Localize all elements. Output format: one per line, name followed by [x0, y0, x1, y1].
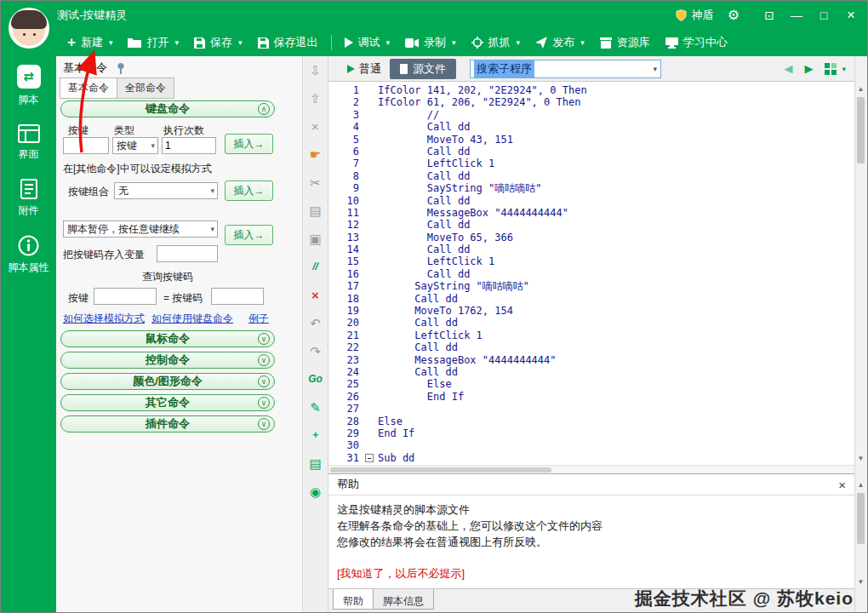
cut-icon[interactable]: ✂: [310, 175, 321, 190]
nav-next-icon[interactable]: ▶: [804, 62, 813, 75]
undo-icon[interactable]: ↶: [310, 316, 321, 330]
code-line[interactable]: 7 LeftClick 1: [328, 158, 854, 169]
link-how-to-use-keyboard[interactable]: 如何使用键盘命令: [151, 312, 233, 326]
move-up-icon[interactable]: ⇧: [310, 91, 321, 106]
open-button[interactable]: 打开 ▾: [121, 31, 186, 54]
code-line[interactable]: 24 Call dd: [328, 366, 854, 378]
code-line[interactable]: 1IfColor 141, 202, "2E2924", 0 Then: [328, 84, 854, 96]
code-line[interactable]: 14 Call dd: [328, 243, 854, 255]
code-line[interactable]: 3 //: [328, 109, 854, 121]
tab-normal-view[interactable]: 普通: [339, 56, 390, 81]
code-line[interactable]: 9 SayString "嘀咕嘀咕": [328, 182, 854, 194]
code-line[interactable]: 2IfColor 61, 206, "2E2924", 0 Then: [328, 96, 854, 108]
section-plugin-commands[interactable]: 插件命令 ∨: [60, 415, 275, 433]
code-line[interactable]: 16 Call dd: [328, 268, 854, 280]
settings-gear-icon[interactable]: ⚙: [728, 7, 740, 23]
grab-button[interactable]: 抓抓 ▾: [465, 31, 528, 54]
help-dismiss-link[interactable]: [我知道了，以后不必提示]: [337, 566, 465, 581]
tab-source-file[interactable]: 源文件: [390, 59, 456, 79]
code-line[interactable]: 10 Call dd: [328, 195, 854, 207]
count-input[interactable]: [162, 137, 216, 154]
code-line[interactable]: 29End If: [328, 427, 854, 439]
close-button[interactable]: ×: [843, 8, 859, 23]
shield-badge[interactable]: 神盾: [675, 8, 714, 23]
move-down-icon[interactable]: ⇩: [310, 63, 321, 77]
dock-icon[interactable]: ⊡: [762, 8, 777, 23]
code-line[interactable]: 13 MoveTo 65, 366: [328, 232, 854, 243]
key-input[interactable]: [63, 137, 109, 154]
save-exit-button[interactable]: 保存退出: [251, 31, 325, 54]
resource-library-button[interactable]: 资源库: [593, 31, 657, 54]
section-control-commands[interactable]: 控制命令 ∨: [60, 352, 275, 369]
scroll-down-icon[interactable]: ▼: [855, 454, 866, 464]
notes-icon[interactable]: ▤: [309, 456, 321, 471]
expand-icon[interactable]: ∨: [258, 354, 270, 366]
combo-select[interactable]: 无 ▾: [114, 182, 218, 199]
new-button[interactable]: + 新建 ▾: [60, 31, 119, 54]
code-line[interactable]: 22 Call dd: [328, 341, 854, 353]
goto-icon[interactable]: Go: [308, 372, 323, 387]
code-line[interactable]: 12 Call dd: [328, 219, 854, 231]
nav-prev-icon[interactable]: ◀: [784, 62, 792, 75]
code-line[interactable]: 6 Call dd: [328, 146, 854, 158]
code-line[interactable]: 30: [328, 439, 854, 451]
tab-basic-commands[interactable]: 基本命令: [60, 77, 117, 99]
insert-pause-button[interactable]: 插入→: [225, 225, 273, 245]
expand-icon[interactable]: ∨: [258, 397, 270, 409]
code-editor[interactable]: 1IfColor 141, 202, "2E2924", 0 Then 2IfC…: [328, 82, 854, 465]
code-line[interactable]: 28Else: [328, 415, 854, 427]
edit-tool-icon[interactable]: ✎: [310, 400, 321, 415]
tab-help[interactable]: 帮助: [333, 589, 374, 610]
debug-button[interactable]: 调试 ▾: [338, 31, 397, 54]
horizontal-scrollbar[interactable]: [328, 465, 854, 473]
collapse-icon[interactable]: ∧: [258, 103, 270, 115]
add-tool-icon[interactable]: +: [312, 428, 318, 443]
section-keyboard-commands[interactable]: 键盘命令 ∧: [60, 100, 275, 117]
horizontal-scrollbar-thumb[interactable]: [330, 467, 551, 473]
code-line[interactable]: 23 MessageBox "4444444444": [328, 354, 854, 366]
paste-icon[interactable]: ▤: [309, 203, 321, 218]
tab-all-commands[interactable]: 全部命令: [117, 77, 174, 99]
code-line[interactable]: 17 SayString "嘀咕嘀咕": [328, 280, 854, 292]
code-line[interactable]: 8 Call dd: [328, 170, 854, 182]
code-line[interactable]: 5 MoveTo 43, 151: [328, 134, 854, 146]
sidebar-item-attachments[interactable]: 附件: [19, 179, 39, 218]
vertical-scrollbar-thumb[interactable]: [857, 97, 865, 163]
delete-icon[interactable]: ×: [311, 288, 319, 302]
section-other-commands[interactable]: 其它命令 ∨: [60, 394, 275, 411]
query-key-input[interactable]: [94, 288, 157, 305]
record-button[interactable]: 录制 ▾: [398, 31, 463, 54]
hand-tool-icon[interactable]: ☛: [310, 147, 321, 162]
code-line[interactable]: 20 Call dd: [328, 317, 854, 329]
clear-icon[interactable]: ×: [311, 119, 319, 134]
maximize-button[interactable]: □: [816, 8, 831, 23]
insert-key-button[interactable]: 插入→: [225, 134, 273, 154]
layout-grid-icon[interactable]: [825, 63, 837, 75]
expand-icon[interactable]: ∨: [258, 418, 270, 430]
link-choose-simulation[interactable]: 如何选择模拟方式: [63, 312, 145, 326]
insert-combo-button[interactable]: 插入→: [225, 180, 273, 201]
code-line[interactable]: 19 MoveTo 1762, 154: [328, 305, 854, 317]
comment-icon[interactable]: //: [312, 260, 318, 274]
sidebar-item-script[interactable]: ⇄ 脚本: [17, 65, 41, 107]
minimize-button[interactable]: —: [789, 8, 804, 23]
user-avatar[interactable]: [9, 8, 49, 49]
tab-script-info[interactable]: 脚本信息: [373, 589, 434, 610]
pause-select[interactable]: 脚本暂停，按任意键继续 ▾: [63, 221, 218, 238]
expand-icon[interactable]: ∨: [258, 375, 270, 387]
scroll-up-icon[interactable]: ▲: [855, 84, 866, 95]
sidebar-item-interface[interactable]: 界面: [17, 124, 41, 162]
code-line[interactable]: 31Sub dd: [328, 452, 854, 464]
code-line[interactable]: 15 LeftClick 1: [328, 255, 854, 267]
code-line[interactable]: 18 Call dd: [328, 293, 854, 305]
publish-button[interactable]: 发布 ▾: [528, 31, 591, 54]
help-scroll-down-icon[interactable]: ▼: [855, 577, 866, 587]
code-line[interactable]: 11 MessageBox "4444444444": [328, 207, 854, 219]
link-examples[interactable]: 例子: [248, 312, 269, 326]
copy-icon[interactable]: ▣: [309, 232, 321, 246]
query-code-input[interactable]: [211, 288, 264, 305]
save-button[interactable]: 保存 ▾: [187, 31, 249, 54]
section-color-graphics-commands[interactable]: 颜色/图形命令 ∨: [60, 373, 275, 390]
section-mouse-commands[interactable]: 鼠标命令 ∨: [60, 330, 275, 347]
view-tool-icon[interactable]: ◉: [310, 484, 321, 499]
